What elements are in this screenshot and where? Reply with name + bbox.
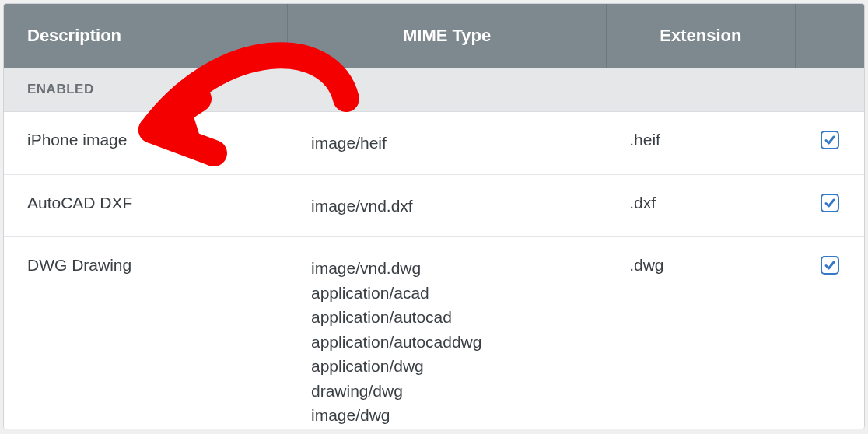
- column-header-extension[interactable]: Extension: [606, 4, 795, 68]
- cell-mime: image/vnd.dwg application/acad applicati…: [288, 237, 606, 429]
- check-icon: [824, 259, 836, 271]
- mime-types-table: Description MIME Type Extension ENABLED …: [4, 4, 864, 429]
- table-row: iPhone image image/heif .heif: [4, 112, 864, 175]
- mime-value: image/dwg: [311, 403, 583, 428]
- mime-value: application/autocad: [311, 305, 583, 330]
- check-icon: [824, 197, 836, 209]
- mime-value: application/autocaddwg: [311, 330, 583, 355]
- cell-mime: image/vnd.dxf: [288, 174, 606, 237]
- cell-extension: .dwg: [606, 237, 795, 429]
- cell-description: DWG Drawing: [4, 237, 288, 429]
- enable-checkbox[interactable]: [821, 256, 839, 275]
- cell-description: AutoCAD DXF: [4, 174, 288, 237]
- mime-value: application/acad: [311, 281, 583, 306]
- mime-value: image/heif: [311, 131, 583, 156]
- table-row: AutoCAD DXF image/vnd.dxf .dxf: [4, 174, 864, 237]
- column-header-description[interactable]: Description: [4, 4, 288, 68]
- mime-value: image/vnd.dxf: [311, 194, 583, 219]
- enable-checkbox[interactable]: [821, 131, 839, 149]
- mime-value: drawing/dwg: [311, 379, 583, 404]
- column-header-mime-type[interactable]: MIME Type: [288, 4, 606, 68]
- cell-extension: .heif: [606, 112, 795, 175]
- mime-value: application/dwg: [311, 354, 583, 379]
- column-header-checkbox: [796, 4, 865, 68]
- table-row: DWG Drawing image/vnd.dwg application/ac…: [4, 237, 864, 429]
- cell-extension: .dxf: [606, 174, 795, 237]
- check-icon: [824, 134, 836, 146]
- mime-types-table-container: Description MIME Type Extension ENABLED …: [3, 3, 865, 429]
- cell-description: iPhone image: [4, 112, 288, 175]
- enable-checkbox[interactable]: [821, 194, 839, 212]
- cell-mime: image/heif: [288, 112, 606, 175]
- group-label: ENABLED: [4, 68, 864, 112]
- mime-value: image/vnd.dwg: [311, 256, 583, 281]
- table-header-row: Description MIME Type Extension: [4, 4, 864, 68]
- scroll-area[interactable]: Description MIME Type Extension ENABLED …: [4, 4, 864, 429]
- group-row-enabled: ENABLED: [4, 68, 864, 112]
